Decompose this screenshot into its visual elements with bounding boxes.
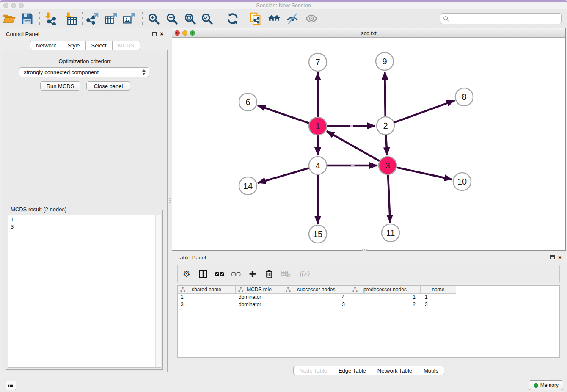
node-7[interactable]: 7 [309, 53, 327, 71]
table-header-row: shared nameMCDS rolesuccessor nodesprede… [178, 286, 559, 294]
float-table-panel-icon[interactable] [550, 255, 555, 259]
node-1[interactable]: 1 [309, 117, 327, 135]
close-table-panel-icon[interactable]: × [558, 255, 562, 259]
edge-4-14[interactable] [258, 168, 309, 183]
cell-shared-name[interactable]: 1 [178, 294, 236, 301]
run-mcds-button[interactable]: Run MCDS [40, 81, 80, 91]
tab-edge-table[interactable]: Edge Table [333, 366, 372, 375]
edge-2-9[interactable] [385, 72, 385, 116]
apply-layout-button[interactable] [226, 11, 240, 26]
edge-3-1[interactable] [327, 131, 380, 161]
tab-style[interactable]: Style [62, 41, 86, 50]
tab-mcds[interactable]: MCDS [113, 41, 140, 50]
horizontal-splitter-handle[interactable] [362, 249, 367, 251]
clone-network-button[interactable] [248, 11, 263, 26]
tab-select[interactable]: Select [86, 41, 113, 50]
node-9[interactable]: 9 [376, 52, 394, 70]
node-11[interactable]: 11 [382, 224, 399, 242]
cell-MCDS-role[interactable]: dominator [236, 294, 283, 301]
node-label: 14 [243, 181, 253, 190]
save-session-button[interactable] [20, 11, 34, 26]
memory-button[interactable]: Memory [529, 380, 563, 390]
birds-eye-view-button[interactable] [304, 11, 319, 26]
search-input[interactable] [449, 14, 561, 23]
tab-network[interactable]: Network [30, 41, 62, 50]
node-14[interactable]: 14 [239, 177, 257, 195]
show-columns-button[interactable] [198, 269, 208, 279]
delete-table-button[interactable] [281, 269, 290, 279]
vertical-splitter-handle[interactable] [169, 198, 171, 203]
column-header-successor-nodes[interactable]: successor nodes [283, 286, 350, 294]
node-label: 1 [315, 121, 320, 131]
mcds-result-groupbox: MCDS result (2 nodes) 13 [6, 210, 163, 370]
zoom-out-button[interactable] [165, 11, 179, 26]
close-panel-button[interactable]: Close panel [86, 81, 130, 91]
table-row[interactable]: 3dominator323 [178, 301, 559, 308]
open-session-button[interactable] [2, 11, 17, 26]
network-canvas[interactable]: 7968124314101511 [172, 38, 565, 250]
cell-successor-nodes[interactable]: 3 [283, 301, 350, 308]
export-table-button[interactable] [104, 11, 118, 26]
network-graph[interactable]: 7968124314101511 [172, 38, 565, 250]
zoom-selected-button[interactable] [200, 11, 214, 26]
table-settings-button[interactable]: ⚙ [182, 269, 191, 279]
import-network-button[interactable] [43, 11, 57, 26]
result-scrollbar[interactable] [155, 215, 161, 367]
table-toolbar: ⚙ ✚ f(x) [177, 265, 560, 283]
node-6[interactable]: 6 [239, 93, 257, 111]
node-2[interactable]: 2 [377, 117, 394, 135]
deselect-all-columns-button[interactable] [231, 269, 241, 279]
node-4[interactable]: 4 [309, 157, 327, 174]
node-8[interactable]: 8 [455, 88, 473, 106]
tab-node-table[interactable]: Node Table [293, 366, 333, 375]
node-10[interactable]: 10 [453, 173, 471, 190]
criterion-select[interactable]: strongly connected component [19, 67, 149, 77]
cell-name[interactable]: 1 [421, 294, 456, 301]
function-builder-button[interactable]: f(x) [297, 269, 312, 279]
export-network-button[interactable] [85, 11, 100, 26]
table-tabs: Node TableEdge TableNetwork TableMotifs [172, 366, 566, 375]
cell-MCDS-role[interactable]: dominator [236, 301, 283, 308]
cell-name[interactable]: 3 [421, 301, 456, 308]
edge-label-tick [351, 165, 355, 166]
column-header-predecessor-nodes[interactable]: predecessor nodes [350, 286, 421, 294]
float-panel-icon[interactable] [152, 32, 157, 36]
export-table-icon [105, 12, 118, 25]
eye-slash-icon [286, 12, 299, 25]
mcds-result-area[interactable]: 13 [8, 215, 161, 368]
select-all-columns-button[interactable] [215, 269, 224, 279]
zoom-in-button[interactable] [146, 11, 161, 26]
memory-status-dot [534, 383, 538, 388]
mcds-result-line: 3 [11, 223, 152, 230]
network-window-titlebar[interactable]: scc.txt [172, 28, 565, 38]
edge-2-8[interactable] [394, 100, 455, 122]
edge-3-11[interactable] [388, 175, 390, 223]
tab-network-table[interactable]: Network Table [372, 366, 418, 375]
close-panel-icon[interactable]: × [160, 32, 164, 36]
zoom-fit-button[interactable] [183, 11, 197, 26]
column-header-MCDS-role[interactable]: MCDS role [236, 286, 283, 294]
cell-successor-nodes[interactable]: 4 [283, 294, 350, 301]
hide-graphics-details-button[interactable] [285, 11, 300, 26]
node-3[interactable]: 3 [379, 157, 396, 174]
cell-predecessor-nodes[interactable]: 2 [350, 301, 421, 308]
cell-shared-name[interactable]: 3 [178, 301, 236, 308]
zoom-in-icon [147, 12, 160, 25]
cell-predecessor-nodes[interactable]: 1 [350, 294, 421, 301]
edge-2-3[interactable] [386, 135, 387, 155]
edge-3-10[interactable] [397, 168, 452, 179]
save-icon [21, 12, 33, 25]
import-table-button[interactable] [63, 11, 77, 26]
task-history-button[interactable] [6, 381, 16, 390]
export-image-button[interactable] [122, 11, 137, 26]
search-box [440, 13, 562, 24]
show-all-networks-button[interactable] [267, 11, 281, 26]
table-row[interactable]: 1dominator411 [178, 294, 559, 301]
add-column-button[interactable]: ✚ [248, 269, 257, 279]
tab-motifs[interactable]: Motifs [418, 366, 444, 375]
column-header-name[interactable]: name [421, 286, 456, 294]
delete-column-button[interactable] [264, 269, 274, 279]
node-15[interactable]: 15 [309, 225, 327, 243]
column-header-shared-name[interactable]: shared name [178, 286, 236, 294]
edge-1-6[interactable] [258, 105, 309, 123]
